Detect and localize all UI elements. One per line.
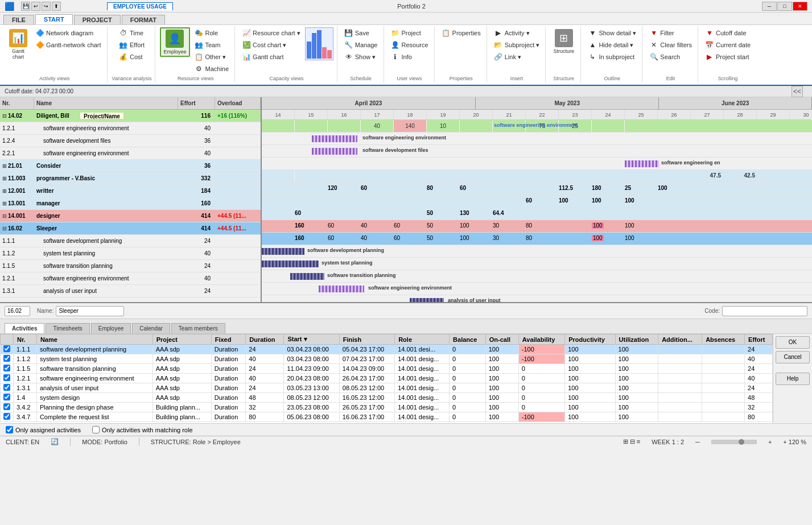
close-btn[interactable]: ✕ [793,2,807,11]
th-duration[interactable]: Duration [246,334,284,345]
gantt-row-124[interactable]: 1.2.4 software development files 36 [0,135,261,147]
btab-timesheets[interactable]: Timesheets [46,323,89,333]
cell-check[interactable] [1,383,14,393]
network-diagram-btn[interactable]: 🔷 Network diagram [33,27,104,39]
th-start[interactable]: Start ▾ [284,334,339,345]
expand-icon[interactable]: ⊟ [2,113,7,119]
gantt-row-111[interactable]: 1.1.1 software development planning 24 [0,235,261,247]
show-btn[interactable]: 👁 Show ▾ [342,51,380,63]
btab-calendar[interactable]: Calendar [132,323,170,333]
tab-project[interactable]: PROJECT [74,15,121,24]
expand-icon[interactable]: ⊟ [2,226,7,232]
properties-btn[interactable]: 📋 Properties [439,27,483,39]
gantt-row-131[interactable]: 1.3.1 analysis of user input 24 [0,285,261,297]
gantt-row-11003[interactable]: ⊞11.003 programmer - V.Basic 332 [0,172,261,185]
activity-btn[interactable]: ▶ Activity ▾ [492,27,542,39]
table-row[interactable]: 1.1.5 software transition planning AAA s… [1,364,773,374]
up-btn[interactable]: ⬆ [52,2,61,11]
tab-employee-usage[interactable]: EMPLOYEE USAGE [107,2,173,10]
cell-check[interactable] [1,412,14,422]
role-btn[interactable]: 🎭 Role [192,27,232,39]
tab-start[interactable]: START [35,14,73,24]
current-date-btn[interactable]: 📅 Current date [703,39,753,51]
project-start-btn[interactable]: ▶ Project start [703,51,753,63]
filter-btn[interactable]: ▼ Filter [647,27,694,39]
btab-team-members[interactable]: Team members [171,323,225,333]
only-assigned-checkbox[interactable] [6,426,13,433]
gantt-row-2101[interactable]: ⊞21.01 Consider 36 [0,160,261,172]
refresh-icon[interactable]: 🔄 [51,438,59,445]
team-btn[interactable]: 👥 Team [192,39,232,51]
help-btn[interactable]: Help [776,373,810,385]
nav-prev-btn[interactable]: << [792,86,803,97]
th-availability[interactable]: Availability [518,334,565,345]
clear-filters-btn[interactable]: ✕ Clear filters [647,39,694,51]
th-role[interactable]: Role [395,334,450,345]
hide-detail-btn[interactable]: ▲ Hide detail ▾ [586,39,638,51]
project-btn[interactable]: 📁 Project [389,27,431,39]
cost-btn[interactable]: 💰 Cost [117,51,147,63]
gantt-row-13001[interactable]: ⊞13.001 manager 160 [0,197,261,210]
info-btn[interactable]: ℹ Info [389,51,431,63]
table-row[interactable]: 1.2.1 software engineering environment A… [1,374,773,383]
show-detail-btn[interactable]: ▼ Show detail ▾ [586,27,638,39]
table-row[interactable]: 1.4 system design AAA sdp Duration 48 08… [1,393,773,403]
expand-icon[interactable]: ⊞ [2,188,7,194]
table-row[interactable]: 1.3.1 analysis of user input AAA sdp Dur… [1,383,773,393]
only-assigned-label[interactable]: Only assigned activities [6,426,81,433]
table-row[interactable]: 1.1.1 software development planning AAA … [1,345,773,354]
th-nr[interactable]: Nr. [14,334,37,345]
gantt-row-121b[interactable]: 1.2.1 software engineering environment 4… [0,272,261,285]
expand-icon[interactable]: ⊞ [2,163,7,169]
search-btn[interactable]: 🔍 Search [647,51,694,63]
maximize-btn[interactable]: □ [777,2,792,11]
btab-employee[interactable]: Employee [91,323,131,333]
gantt-row-14001[interactable]: ⊟14.001 designer 414 +44.5 (11... [0,210,261,222]
save-btn[interactable]: 💾 Save [342,27,380,39]
other-btn[interactable]: 📋 Other ▾ [192,51,232,63]
gantt-row-115[interactable]: 1.1.5 software transition planning 24 [0,260,261,272]
th-finish[interactable]: Finish [339,334,394,345]
cost-chart-btn[interactable]: 💹 Cost chart ▾ [240,39,303,51]
gantt-row-221[interactable]: 2.2.1 software engineering environment 4… [0,147,261,160]
time-btn[interactable]: ⏱ Time [117,27,147,39]
employee-btn[interactable]: 👤 Employee [160,27,189,57]
zoom-in-btn[interactable]: + [768,439,772,445]
zoom-out-btn[interactable]: ─ [695,439,700,445]
id-input[interactable]: 16.02 [5,306,30,316]
machine-btn[interactable]: ⚙ Machine [192,63,232,75]
cell-check[interactable] [1,364,14,374]
resource-btn[interactable]: 👤 Resource [389,39,431,51]
table-row[interactable]: 3.4.7 Complete the request list Building… [1,412,773,422]
expand-icon[interactable]: ⊞ [2,201,7,206]
gantt-network-btn[interactable]: 🔶 Gantt-network chart [33,39,104,51]
gantt-row-1602[interactable]: ⊟16.02 Sleeper 414 +44.5 (11... [0,222,261,235]
tab-format[interactable]: FORMAT [122,15,165,24]
gantt-chart-cap-btn[interactable]: 📊 Gantt chart [240,51,303,63]
cancel-btn[interactable]: Cancel [776,351,810,363]
th-name[interactable]: Name [36,334,152,345]
cell-check[interactable] [1,403,14,412]
structure-btn[interactable]: ⊞ Structure [551,27,578,56]
expand-icon[interactable]: ⊞ [2,176,7,181]
th-effort[interactable]: Effort [745,334,773,345]
th-utilization[interactable]: Utilization [615,334,658,345]
only-matching-label[interactable]: Only activities with matching role [92,426,193,433]
tab-file[interactable]: FILE [3,15,34,24]
save-quick-btn[interactable]: 💾 [21,2,30,11]
cell-check[interactable] [1,354,14,364]
th-oncall[interactable]: On-call [485,334,518,345]
ok-btn[interactable]: OK [776,336,810,349]
effort-btn[interactable]: 👥 Effort [117,39,147,51]
cell-check[interactable] [1,345,14,354]
gantt-chart-btn[interactable]: 📊 Ganttchart [6,27,31,61]
cutoff-date-btn[interactable]: ▼ Cutoff date [703,27,753,39]
btab-activities[interactable]: Activities [5,323,44,333]
cell-check[interactable] [1,374,14,383]
subproject-btn[interactable]: 📂 Subproject ▾ [492,39,542,51]
minimize-btn[interactable]: ─ [762,2,777,11]
th-project[interactable]: Project [152,334,211,345]
redo-btn[interactable]: ↪ [42,2,51,11]
table-row[interactable]: 3.4.2 Planning the design phase Building… [1,403,773,412]
cell-check[interactable] [1,393,14,403]
